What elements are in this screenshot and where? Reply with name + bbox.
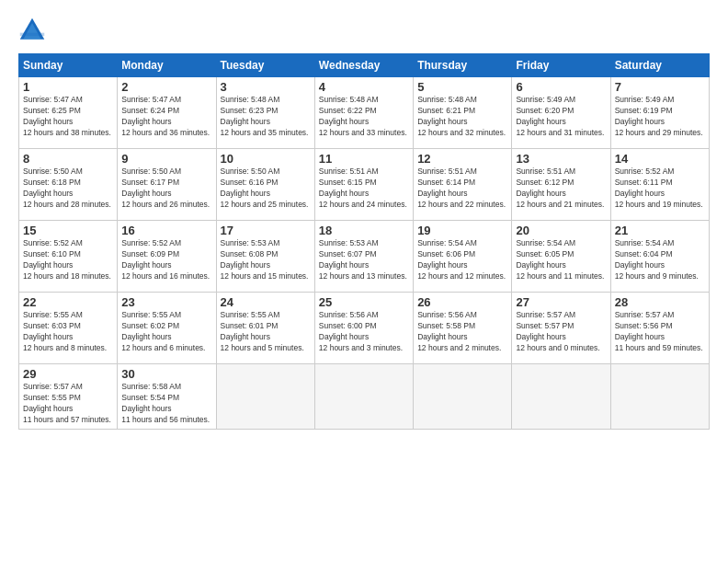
calendar-day-cell: 29Sunrise: 5:57 AMSunset: 5:55 PMDayligh… xyxy=(19,364,118,430)
calendar-week-row: 29Sunrise: 5:57 AMSunset: 5:55 PMDayligh… xyxy=(19,364,710,430)
day-number: 17 xyxy=(221,224,311,237)
day-info: Sunrise: 5:50 AMSunset: 6:18 PMDaylight … xyxy=(23,167,113,211)
calendar-day-cell: 16Sunrise: 5:52 AMSunset: 6:09 PMDayligh… xyxy=(118,221,216,293)
day-number: 12 xyxy=(417,152,507,166)
day-info: Sunrise: 5:53 AMSunset: 6:08 PMDaylight … xyxy=(221,238,311,282)
day-info: Sunrise: 5:53 AMSunset: 6:07 PMDaylight … xyxy=(319,238,409,282)
calendar-day-cell: 1Sunrise: 5:47 AMSunset: 6:25 PMDaylight… xyxy=(19,77,118,149)
calendar-day-cell xyxy=(216,364,314,430)
calendar-day-cell: 2Sunrise: 5:47 AMSunset: 6:24 PMDaylight… xyxy=(118,77,216,149)
weekday-header-saturday: Saturday xyxy=(610,54,709,77)
logo-icon xyxy=(18,17,46,44)
calendar-day-cell: 27Sunrise: 5:57 AMSunset: 5:57 PMDayligh… xyxy=(512,293,610,364)
day-info: Sunrise: 5:48 AMSunset: 6:21 PMDaylight … xyxy=(417,95,507,139)
calendar-day-cell: 20Sunrise: 5:54 AMSunset: 6:05 PMDayligh… xyxy=(512,221,610,293)
day-info: Sunrise: 5:51 AMSunset: 6:12 PMDaylight … xyxy=(516,167,606,211)
day-info: Sunrise: 5:52 AMSunset: 6:09 PMDaylight … xyxy=(121,238,211,282)
day-number: 30 xyxy=(121,367,211,381)
weekday-header-tuesday: Tuesday xyxy=(216,54,314,77)
calendar-day-cell: 5Sunrise: 5:48 AMSunset: 6:21 PMDaylight… xyxy=(414,77,512,149)
day-info: Sunrise: 5:54 AMSunset: 6:04 PMDaylight … xyxy=(615,238,705,282)
calendar-day-cell: 11Sunrise: 5:51 AMSunset: 6:15 PMDayligh… xyxy=(314,149,413,221)
calendar-day-cell xyxy=(414,364,512,430)
weekday-header-row: SundayMondayTuesdayWednesdayThursdayFrid… xyxy=(19,54,710,77)
svg-rect-2 xyxy=(20,33,44,37)
calendar-day-cell: 17Sunrise: 5:53 AMSunset: 6:08 PMDayligh… xyxy=(216,221,314,293)
logo xyxy=(18,17,50,44)
calendar-day-cell xyxy=(610,364,709,430)
day-info: Sunrise: 5:51 AMSunset: 6:15 PMDaylight … xyxy=(319,167,409,211)
day-info: Sunrise: 5:52 AMSunset: 6:10 PMDaylight … xyxy=(23,238,113,282)
calendar-day-cell: 28Sunrise: 5:57 AMSunset: 5:56 PMDayligh… xyxy=(610,293,709,364)
calendar-day-cell: 18Sunrise: 5:53 AMSunset: 6:07 PMDayligh… xyxy=(314,221,413,293)
calendar-day-cell: 23Sunrise: 5:55 AMSunset: 6:02 PMDayligh… xyxy=(118,293,216,364)
day-info: Sunrise: 5:47 AMSunset: 6:24 PMDaylight … xyxy=(121,95,211,139)
calendar-day-cell: 7Sunrise: 5:49 AMSunset: 6:19 PMDaylight… xyxy=(610,77,709,149)
day-info: Sunrise: 5:55 AMSunset: 6:03 PMDaylight … xyxy=(23,310,113,354)
day-info: Sunrise: 5:58 AMSunset: 5:54 PMDaylight … xyxy=(121,382,211,426)
page: SundayMondayTuesdayWednesdayThursdayFrid… xyxy=(0,0,728,563)
day-number: 9 xyxy=(121,152,211,166)
calendar-day-cell: 24Sunrise: 5:55 AMSunset: 6:01 PMDayligh… xyxy=(216,293,314,364)
day-number: 19 xyxy=(417,224,507,237)
day-info: Sunrise: 5:49 AMSunset: 6:19 PMDaylight … xyxy=(615,95,705,139)
calendar-week-row: 15Sunrise: 5:52 AMSunset: 6:10 PMDayligh… xyxy=(19,221,710,293)
day-number: 15 xyxy=(23,224,113,237)
calendar-week-row: 8Sunrise: 5:50 AMSunset: 6:18 PMDaylight… xyxy=(19,149,710,221)
day-info: Sunrise: 5:49 AMSunset: 6:20 PMDaylight … xyxy=(516,95,606,139)
day-number: 8 xyxy=(23,152,113,166)
day-number: 18 xyxy=(319,224,409,237)
day-number: 16 xyxy=(121,224,211,237)
calendar-day-cell: 12Sunrise: 5:51 AMSunset: 6:14 PMDayligh… xyxy=(414,149,512,221)
day-info: Sunrise: 5:55 AMSunset: 6:01 PMDaylight … xyxy=(221,310,311,354)
day-number: 27 xyxy=(516,295,606,309)
day-info: Sunrise: 5:56 AMSunset: 6:00 PMDaylight … xyxy=(319,310,409,354)
calendar-day-cell: 4Sunrise: 5:48 AMSunset: 6:22 PMDaylight… xyxy=(314,77,413,149)
calendar-week-row: 1Sunrise: 5:47 AMSunset: 6:25 PMDaylight… xyxy=(19,77,710,149)
weekday-header-sunday: Sunday xyxy=(19,54,118,77)
day-number: 10 xyxy=(221,152,311,166)
day-number: 20 xyxy=(516,224,606,237)
day-info: Sunrise: 5:47 AMSunset: 6:25 PMDaylight … xyxy=(23,95,113,139)
calendar-week-row: 22Sunrise: 5:55 AMSunset: 6:03 PMDayligh… xyxy=(19,293,710,364)
day-number: 21 xyxy=(615,224,705,237)
day-info: Sunrise: 5:50 AMSunset: 6:17 PMDaylight … xyxy=(121,167,211,211)
weekday-header-wednesday: Wednesday xyxy=(314,54,413,77)
calendar-day-cell: 30Sunrise: 5:58 AMSunset: 5:54 PMDayligh… xyxy=(118,364,216,430)
day-number: 3 xyxy=(221,80,311,94)
calendar-day-cell: 8Sunrise: 5:50 AMSunset: 6:18 PMDaylight… xyxy=(19,149,118,221)
day-number: 6 xyxy=(516,80,606,94)
weekday-header-thursday: Thursday xyxy=(414,54,512,77)
weekday-header-monday: Monday xyxy=(118,54,216,77)
calendar-day-cell: 19Sunrise: 5:54 AMSunset: 6:06 PMDayligh… xyxy=(414,221,512,293)
day-number: 4 xyxy=(319,80,409,94)
calendar-day-cell: 10Sunrise: 5:50 AMSunset: 6:16 PMDayligh… xyxy=(216,149,314,221)
calendar-table: SundayMondayTuesdayWednesdayThursdayFrid… xyxy=(18,53,710,430)
calendar-day-cell: 21Sunrise: 5:54 AMSunset: 6:04 PMDayligh… xyxy=(610,221,709,293)
day-info: Sunrise: 5:57 AMSunset: 5:56 PMDaylight … xyxy=(615,310,705,354)
day-number: 5 xyxy=(417,80,507,94)
day-info: Sunrise: 5:57 AMSunset: 5:55 PMDaylight … xyxy=(23,382,113,426)
day-info: Sunrise: 5:54 AMSunset: 6:05 PMDaylight … xyxy=(516,238,606,282)
day-number: 22 xyxy=(23,295,113,309)
day-number: 14 xyxy=(615,152,705,166)
calendar-day-cell: 22Sunrise: 5:55 AMSunset: 6:03 PMDayligh… xyxy=(19,293,118,364)
calendar-day-cell: 25Sunrise: 5:56 AMSunset: 6:00 PMDayligh… xyxy=(314,293,413,364)
day-info: Sunrise: 5:48 AMSunset: 6:23 PMDaylight … xyxy=(221,95,311,139)
calendar-day-cell: 26Sunrise: 5:56 AMSunset: 5:58 PMDayligh… xyxy=(414,293,512,364)
day-info: Sunrise: 5:52 AMSunset: 6:11 PMDaylight … xyxy=(615,167,705,211)
day-number: 11 xyxy=(319,152,409,166)
day-number: 25 xyxy=(319,295,409,309)
day-number: 28 xyxy=(615,295,705,309)
calendar-day-cell xyxy=(512,364,610,430)
day-info: Sunrise: 5:51 AMSunset: 6:14 PMDaylight … xyxy=(417,167,507,211)
day-number: 29 xyxy=(23,367,113,381)
header xyxy=(18,17,710,44)
calendar-day-cell xyxy=(314,364,413,430)
day-number: 26 xyxy=(417,295,507,309)
day-info: Sunrise: 5:54 AMSunset: 6:06 PMDaylight … xyxy=(417,238,507,282)
day-info: Sunrise: 5:55 AMSunset: 6:02 PMDaylight … xyxy=(121,310,211,354)
day-info: Sunrise: 5:56 AMSunset: 5:58 PMDaylight … xyxy=(417,310,507,354)
calendar-day-cell: 15Sunrise: 5:52 AMSunset: 6:10 PMDayligh… xyxy=(19,221,118,293)
day-number: 24 xyxy=(221,295,311,309)
